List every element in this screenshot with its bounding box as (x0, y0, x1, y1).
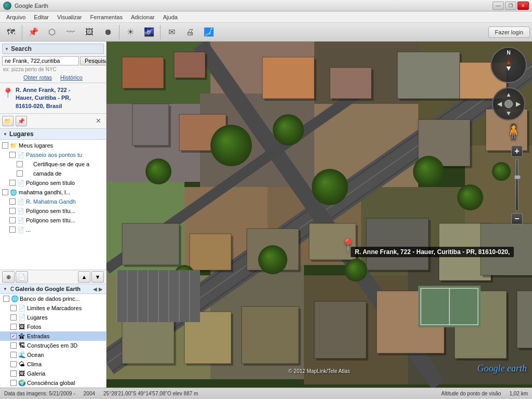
places-tree-item[interactable]: Certifique-se de que a (0, 159, 106, 169)
tree-checkbox[interactable] (9, 152, 16, 158)
add-placemark-button[interactable]: 📌 (16, 116, 27, 126)
search-input[interactable] (2, 56, 79, 65)
compass-ring[interactable]: N (490, 47, 527, 83)
tree-checkbox[interactable] (9, 208, 16, 214)
gallery-checkbox[interactable] (10, 305, 17, 311)
places-tree-item[interactable]: camada de (0, 169, 106, 178)
zoom-out-button[interactable]: − (511, 213, 523, 224)
gallery-checkbox[interactable] (10, 370, 17, 377)
gallery-checkbox[interactable] (10, 314, 17, 321)
search-result[interactable]: 📍 R. Anne Frank, 722 - Hauer, Curitiba -… (0, 83, 106, 114)
gallery-tree-item[interactable]: 📄Limites e Marcadores (0, 303, 106, 313)
pegman[interactable]: 🧍 (504, 125, 523, 139)
places-tree-item[interactable]: 📄Polígono sem títu... (0, 206, 106, 216)
places-tree-item[interactable]: 📄Polígono sem título (0, 178, 106, 188)
toolbar-record[interactable]: ⏺ (99, 24, 117, 40)
gallery-checkbox[interactable] (10, 324, 17, 330)
login-button[interactable]: Fazer login (488, 26, 530, 38)
pegman-icon: 🧍 (504, 125, 523, 139)
gallery-checkbox[interactable] (10, 361, 17, 367)
gallery-checkbox[interactable] (10, 352, 17, 358)
toolbar-map-btn[interactable]: 🗺 (2, 24, 20, 40)
map-area[interactable]: 📍 R. Anne Frank, 722 - Hauer, Curitiba -… (107, 42, 532, 388)
zoom-track[interactable] (515, 159, 518, 211)
gallery-checkbox[interactable] (3, 296, 9, 302)
gallery-tree-item[interactable]: 🌍Consciência global (0, 378, 106, 388)
gallery-tree-item[interactable]: 🖼Fotos (0, 322, 106, 331)
gallery-header[interactable]: ▼ C Galeria do Google Earth ◀ ▶ (0, 284, 106, 294)
search-header[interactable]: ▼ Search (2, 44, 104, 54)
menu-item-visualizar[interactable]: Visualizar (53, 13, 86, 21)
map-copyright: © 2012 MapLink/Tele Atlas (288, 368, 350, 374)
gallery-tree: 🌐Banco de dados princ...📄Limites e Marca… (0, 294, 106, 388)
pan-down-btn[interactable]: ▼ (506, 110, 512, 117)
gallery-checkbox[interactable] (10, 342, 17, 349)
menu-item-adicionar[interactable]: Adicionar (127, 13, 159, 21)
toolbar-show-sky[interactable]: 🌌 (140, 24, 158, 40)
gallery-item-label: Limites e Marcadores (27, 305, 104, 311)
toolbar-add-path[interactable]: 〰 (62, 24, 79, 40)
pan-center-btn[interactable] (504, 100, 513, 108)
pan-up-btn[interactable]: ▲ (506, 91, 512, 98)
tree-checkbox[interactable] (2, 142, 8, 149)
menu-item-editar[interactable]: Editar (30, 13, 53, 21)
maximize-button[interactable]: ❐ (505, 2, 516, 10)
pan-right-btn[interactable]: ▶ (516, 100, 521, 108)
gallery-tree-item[interactable]: 🖼Galeria (0, 369, 106, 378)
gallery-tree-item[interactable]: 🌤Clima (0, 360, 106, 369)
result-address[interactable]: R. Anne Frank, 722 - Hauer, Curitiba - P… (16, 86, 71, 110)
nav-compass[interactable]: N (490, 47, 527, 83)
places-tree-item[interactable]: 🌐mahatma gandhi, l... (0, 188, 106, 197)
places-triangle-icon: ▼ (3, 132, 7, 137)
toolbar-print[interactable]: 🖨 (181, 24, 199, 40)
pan-left-btn[interactable]: ◀ (497, 100, 502, 108)
add-folder-button[interactable]: 📁 (2, 116, 14, 126)
places-tree-item[interactable]: 📄Polígono sem títu... (0, 216, 106, 225)
close-button[interactable]: ✕ (517, 2, 529, 10)
places-header[interactable]: ▼ Lugares (0, 129, 106, 140)
toolbar-add-overlay[interactable]: 🖼 (81, 24, 98, 40)
places-tree-item[interactable]: 📄R. Mahatma Gandh (0, 197, 106, 206)
tree-checkbox[interactable] (2, 189, 8, 195)
places-tree-item[interactable]: 📁Meus lugares (0, 141, 106, 150)
history-link[interactable]: Histórico (60, 74, 83, 81)
tree-checkbox[interactable] (9, 227, 16, 233)
toolbar-show-sun[interactable]: ☀ (122, 24, 139, 40)
tree-checkbox[interactable] (17, 161, 23, 167)
menu-item-arquivo[interactable]: Arquivo (2, 13, 30, 21)
zoom-in-button[interactable]: + (511, 145, 523, 157)
tree-checkbox[interactable] (9, 217, 16, 223)
toolbar-add-polygon[interactable]: ⬡ (43, 24, 61, 40)
search-button[interactable]: Pesquisar (80, 56, 107, 65)
places-tree-item[interactable]: 📄... (0, 225, 106, 234)
tree-checkbox[interactable] (9, 198, 16, 205)
toolbar-email[interactable]: ✉ (163, 24, 180, 40)
toolbar-google-maps[interactable]: 🗾 (200, 24, 218, 40)
tree-item-icon: 📄 (17, 179, 25, 187)
gallery-tree-item[interactable]: 🏗Construções em 3D (0, 341, 106, 350)
places-nav-left[interactable]: ⊕ (2, 271, 15, 283)
menu-item-ferramentas[interactable]: Ferramentas (86, 13, 127, 21)
gallery-checkbox[interactable] (10, 380, 17, 386)
gallery-checkbox[interactable] (10, 333, 17, 339)
pan-ring[interactable]: ▲ ◀ ▶ ▼ (492, 87, 525, 121)
places-nav-up[interactable]: ▲ (78, 271, 90, 283)
tree-item-label: Polígono sem títu... (26, 217, 104, 223)
places-nav-doc[interactable]: 📄 (16, 271, 28, 283)
gallery-tree-item[interactable]: 🌐Banco de dados princ... (0, 294, 106, 303)
panel-close-button[interactable]: ✕ (96, 117, 104, 125)
tree-checkbox[interactable] (17, 170, 23, 177)
get-routes-link[interactable]: Obter rotas (23, 74, 52, 81)
places-tree-item[interactable]: 📄Passeio aos pontos tu (0, 150, 106, 159)
gallery-tree-item[interactable]: 🛣Estradas (0, 331, 106, 341)
gallery-tree-item[interactable]: 🌊Ocean (0, 350, 106, 360)
zoom-thumb[interactable] (514, 175, 521, 179)
places-nav-down[interactable]: ▼ (91, 271, 104, 283)
tree-item-label: Certifique-se de que a (33, 161, 104, 167)
menu-item-ajuda[interactable]: Ajuda (159, 13, 182, 21)
minimize-button[interactable]: — (493, 2, 504, 10)
tree-checkbox[interactable] (9, 180, 16, 186)
toolbar-add-placemark[interactable]: 📌 (24, 24, 42, 40)
pan-control[interactable]: ▲ ◀ ▶ ▼ (490, 87, 527, 121)
gallery-tree-item[interactable]: 📄Lugares (0, 313, 106, 322)
